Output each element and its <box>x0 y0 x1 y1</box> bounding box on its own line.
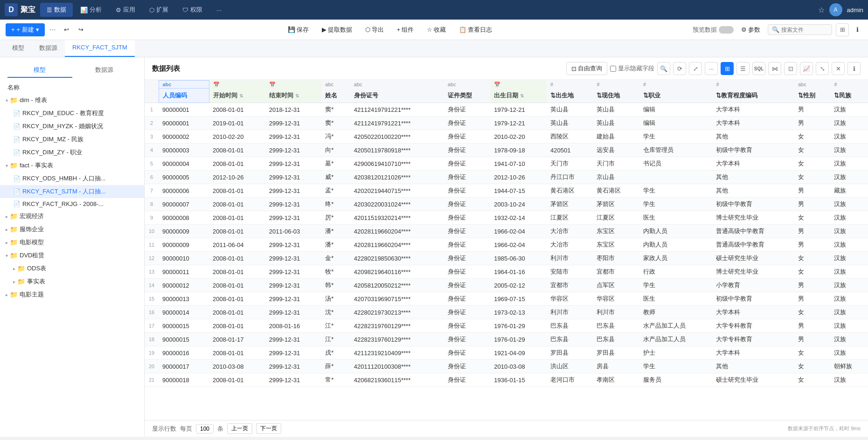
free-query-button[interactable]: ⊡ 自由查询 <box>566 62 607 75</box>
show-hidden-checkbox-wrap[interactable]: 显示隐藏字段 <box>610 64 654 73</box>
zjlx-cell: 身份证 <box>444 117 490 130</box>
export-button[interactable]: ⬡ 导出 <box>361 23 388 36</box>
nav-item-data[interactable]: ☰ 数据 <box>40 3 73 17</box>
sidebar-item-label: 宏观经济 <box>20 212 44 220</box>
sidebar-item-rkjg[interactable]: 📄 RKCY_FACT_RKJG - 2008-... <box>0 198 144 210</box>
fullscreen-button[interactable]: ⤢ <box>689 62 702 75</box>
pivot-view-button[interactable]: ⊡ <box>784 62 797 75</box>
sidebar-item-label: 电影模型 <box>20 238 44 247</box>
sidebar-item-dianying[interactable]: ▸ 📁 电影模型 <box>0 236 144 249</box>
search-action-button[interactable]: 🔍 <box>657 62 670 75</box>
grid-view-button[interactable]: ⊞ <box>721 62 734 75</box>
sidebar-item-fuzhuang[interactable]: ▸ 📁 服饰企业 <box>0 223 144 236</box>
sidebar-item-fact[interactable]: ▾ 📁 fact - 事实表 <box>0 159 144 172</box>
row-number: 3 <box>145 130 159 144</box>
jssj-header[interactable]: 结束时间⇅ <box>265 89 322 103</box>
rybm-cell: 90000018 <box>159 373 209 387</box>
expand-view-button[interactable]: ⤡ <box>816 62 829 75</box>
per-page-selector[interactable]: 100 <box>196 424 214 433</box>
sidebar-tab-model[interactable]: 模型 <box>7 63 72 78</box>
trend-view-button[interactable]: 📈 <box>800 62 813 75</box>
collect-button[interactable]: ☆ 收藏 <box>423 23 450 36</box>
xm-cell: 金* <box>321 252 350 265</box>
chart-view-button[interactable]: ⋈ <box>768 62 781 75</box>
log-button[interactable]: 📋 查看日志 <box>455 23 496 36</box>
new-button[interactable]: + + 新建 ▾ <box>6 23 45 36</box>
prev-page-button[interactable]: 上一页 <box>227 423 252 434</box>
undo-button[interactable]: ↩ <box>60 24 73 35</box>
table-row: 14 90000012 2008-01-01 2999-12-31 韩* 420… <box>145 279 868 292</box>
kssj-header[interactable]: 开始时间⇅ <box>209 89 265 103</box>
sidebar-item-ods[interactable]: ▸ 📁 ODS表 <box>0 262 144 275</box>
nav-item-expand[interactable]: ⬡ 扩展 <box>143 3 175 17</box>
component-button[interactable]: + 组件 <box>393 23 418 36</box>
rybm-header[interactable]: 人员编码 <box>159 89 209 103</box>
refresh-button[interactable]: ⟳ <box>673 62 686 75</box>
close-view-button[interactable]: ✕ <box>832 62 845 75</box>
preview-toggle[interactable] <box>719 26 734 34</box>
xm-header[interactable]: 姓名 <box>321 89 350 103</box>
csd-cell: 茅箭区 <box>547 198 593 211</box>
sidebar-item-shishi[interactable]: ▸ 📁 事实表 <box>0 275 144 288</box>
jycd-cell: 大学本科 <box>712 117 794 130</box>
info-view-button[interactable]: ℹ <box>847 62 861 75</box>
mz-header[interactable]: ⇅民族 <box>830 89 868 103</box>
nav-item-analysis[interactable]: 📊 分析 <box>74 3 108 17</box>
info-button[interactable]: ℹ <box>853 24 862 35</box>
sidebar-item-dianyingzhuti[interactable]: ▸ 📁 电影主题 <box>0 288 144 301</box>
sidebar-item-hyzk[interactable]: 📄 RKCY_DIM_HYZK - 婚姻状况 <box>0 120 144 133</box>
zy-cell: 学生 <box>639 279 713 292</box>
next-page-button[interactable]: 下一页 <box>256 423 281 434</box>
sidebar-item-hongguan[interactable]: ▸ 📁 宏观经济 <box>0 210 144 223</box>
tab-rkcy-fact-sjtm[interactable]: RKCY_FACT_SJTM <box>65 40 135 57</box>
jycd-header[interactable]: ⇅教育程度编码 <box>712 89 794 103</box>
sfzh-header[interactable]: 身份证号 <box>350 89 444 103</box>
jssj-cell: 2011-06-03 <box>265 225 322 238</box>
save-button[interactable]: 💾 保存 <box>284 23 312 36</box>
avatar[interactable]: A <box>829 3 842 16</box>
zy-cell: 编辑 <box>639 103 713 117</box>
csd-cell: 罗田县 <box>547 346 593 360</box>
xm-cell: 威* <box>321 171 350 184</box>
zy-header[interactable]: ⇅职业 <box>639 89 713 103</box>
xm-cell: 牧* <box>321 265 350 279</box>
show-hidden-checkbox[interactable] <box>610 66 616 72</box>
sidebar-item-mz[interactable]: 📄 RKCY_DIM_MZ - 民族 <box>0 133 144 146</box>
sidebar-item-sjtm[interactable]: 📄 RKCY_FACT_SJTM - 人口抽... <box>0 185 144 198</box>
xb-cell: 男 <box>794 333 831 346</box>
component-label: 组件 <box>402 26 414 34</box>
search-input[interactable] <box>781 27 828 33</box>
apps-icon: ⚙ <box>116 7 121 14</box>
params-button[interactable]: ⚙ 参数 <box>737 23 764 36</box>
sql-view-button[interactable]: SQL <box>752 62 765 75</box>
redo-button[interactable]: ↪ <box>75 24 87 35</box>
zjlx-header[interactable]: 证件类型 <box>444 89 490 103</box>
zjlx-cell: 身份证 <box>444 292 490 306</box>
csd-header[interactable]: ⇅出生地 <box>547 89 593 103</box>
sidebar-item-hmbh[interactable]: 📄 RKCY_ODS_HMBH - 人口抽... <box>0 172 144 185</box>
tab-datasource[interactable]: 数据源 <box>32 40 65 57</box>
sidebar-item-zy[interactable]: 📄 RKCY_DIM_ZY - 职业 <box>0 146 144 159</box>
xzd-header[interactable]: ⇅现住地 <box>593 89 639 103</box>
layout-button[interactable]: ⊞ <box>836 23 849 36</box>
sidebar-tab-datasource[interactable]: 数据源 <box>72 63 137 78</box>
sidebar-item-dim[interactable]: ▾ 📁 dim - 维表 <box>0 94 144 107</box>
more-actions-button[interactable]: ··· <box>705 62 718 75</box>
nav-item-auth[interactable]: 🛡 权限 <box>176 3 209 17</box>
table-row: 11 90000009 2011-06-04 2999-12-31 潘* 420… <box>145 238 868 252</box>
tab-model[interactable]: 模型 <box>5 40 32 57</box>
csd-cell: 大冶市 <box>547 238 593 252</box>
toolbar-dots-button[interactable]: ··· <box>47 23 58 36</box>
list-view-button[interactable]: ☰ <box>736 62 750 75</box>
sidebar-item-label: RKCY_FACT_RKJG - 2008-... <box>22 200 104 207</box>
csrq-cell: 1978-09-18 <box>490 144 547 157</box>
xb-header[interactable]: ⇅性别 <box>794 89 831 103</box>
sidebar-item-educ[interactable]: 📄 RKCY_DIM_EDUC - 教育程度 <box>0 107 144 120</box>
extract-button[interactable]: ▶ 提取数据 <box>318 23 356 36</box>
sidebar-item-dvd[interactable]: ▾ 📁 DVD租赁 <box>0 249 144 262</box>
nav-item-apps[interactable]: ⚙ 应用 <box>109 3 142 17</box>
favorite-icon[interactable]: ☆ <box>818 6 825 14</box>
nav-item-more[interactable]: ··· <box>210 4 228 16</box>
toolbar: + + 新建 ▾ ··· ↩ ↪ 💾 保存 ▶ 提取数据 ⬡ 导出 + 组件 ☆… <box>0 20 868 40</box>
csrq-header[interactable]: 出生日期⇅ <box>490 89 547 103</box>
